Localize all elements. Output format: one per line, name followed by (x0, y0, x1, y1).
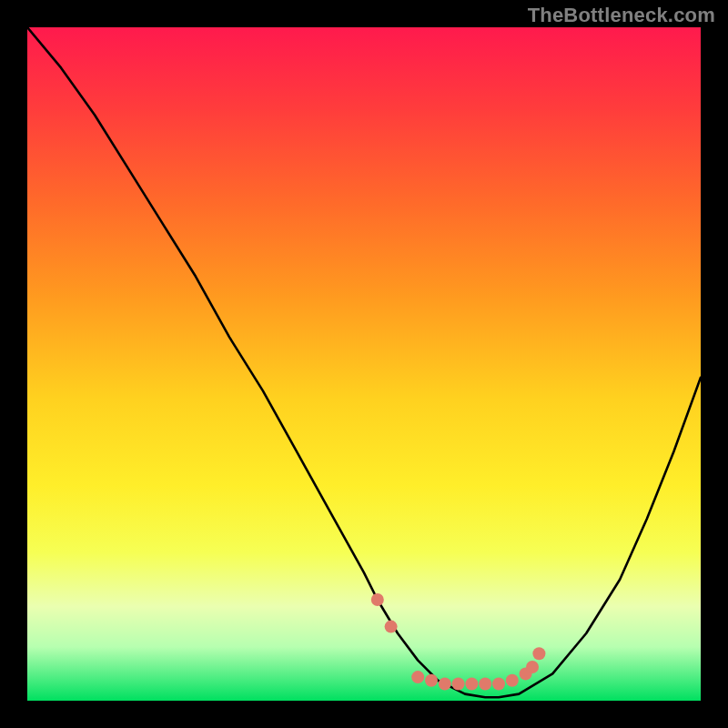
sweet-spot-dot (425, 674, 438, 687)
sweet-spot-dot (385, 621, 398, 633)
sweet-spot-dot (411, 671, 424, 683)
sweet-spot-dots (371, 593, 546, 691)
sweet-spot-dot (532, 647, 545, 660)
curve-svg (27, 27, 701, 701)
sweet-spot-dot (526, 661, 539, 673)
plot-area (27, 27, 701, 701)
sweet-spot-dot (465, 678, 478, 691)
sweet-spot-dot (506, 674, 519, 687)
attribution-text: TheBottleneck.com (528, 4, 715, 27)
sweet-spot-dot (371, 593, 384, 606)
sweet-spot-dot (452, 678, 465, 691)
bottleneck-curve (27, 27, 701, 697)
sweet-spot-dot (479, 678, 491, 691)
sweet-spot-dot (439, 678, 451, 691)
sweet-spot-dot (492, 678, 505, 691)
chart-frame: TheBottleneck.com (0, 0, 728, 728)
